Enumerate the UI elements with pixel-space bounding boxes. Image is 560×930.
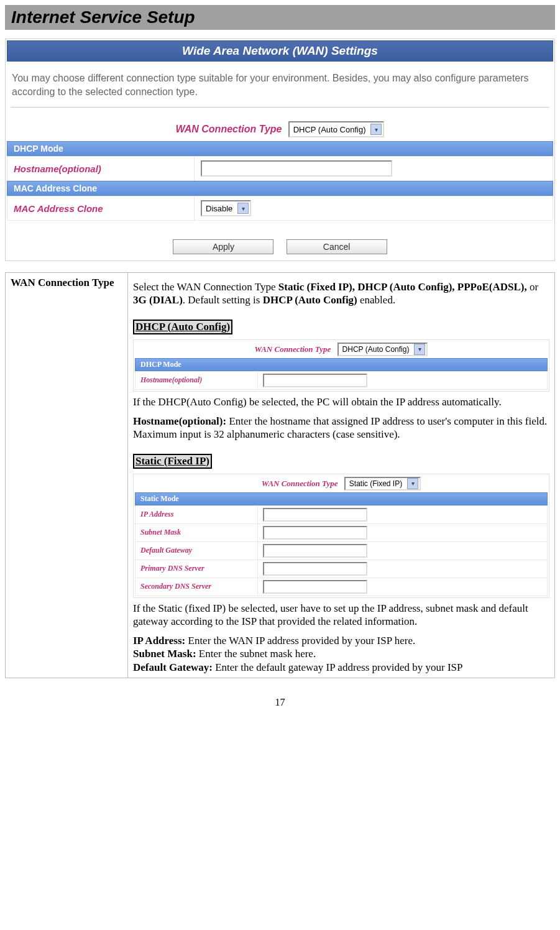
ip-address-input[interactable] <box>263 508 367 522</box>
text-bold: DHCP (Auto Config) <box>263 294 357 306</box>
text: or <box>527 281 538 293</box>
apply-button[interactable]: Apply <box>173 239 273 254</box>
text: Select the WAN Connection Type <box>133 281 278 293</box>
mini-hostname-label: Hostname(optional) <box>135 371 258 389</box>
text: enabled. <box>357 294 395 306</box>
mac-clone-label: MAC Address Clone <box>7 196 195 221</box>
mac-clone-value: Disable <box>203 204 235 213</box>
ip-address-label: IP Address <box>135 505 258 523</box>
primary-dns-label: Primary DNS Server <box>135 559 258 578</box>
secondary-dns-input[interactable] <box>263 580 367 594</box>
wan-banner: Wide Area Network (WAN) Settings <box>7 40 553 62</box>
wan-help-text: You may choose different connection type… <box>7 62 553 104</box>
primary-dns-input[interactable] <box>263 562 367 576</box>
text-bold: 3G (DIAL) <box>133 294 183 306</box>
wan-conn-select-value: DHCP (Auto Config) <box>291 125 369 134</box>
subnet-mask-label: Subnet Mask <box>135 523 258 541</box>
mini-dhcp-form: Hostname(optional) <box>135 371 548 390</box>
text-bold: Subnet Mask: <box>133 648 196 660</box>
divider <box>11 107 549 108</box>
subnet-mask-input[interactable] <box>263 526 367 540</box>
text-bold: Static (Fixed IP), DHCP (Auto Config), P… <box>278 281 527 293</box>
page-title: Internet Service Setup <box>5 5 555 30</box>
text: . Default setting is <box>183 294 263 306</box>
static-para: If the Static (fixed IP) be selected, us… <box>133 602 549 628</box>
mac-clone-select[interactable]: Disable ▾ <box>201 200 251 216</box>
text-bold: IP Address: <box>133 635 185 647</box>
chevron-down-icon: ▾ <box>407 478 418 489</box>
chevron-down-icon: ▾ <box>370 124 382 135</box>
wan-conn-select[interactable]: DHCP (Auto Config) ▾ <box>288 121 385 137</box>
chevron-down-icon: ▾ <box>237 203 249 214</box>
hostname-input[interactable] <box>201 160 392 177</box>
mini-conn-row: WAN Connection Type DHCP (Auto Config) ▾ <box>135 341 548 358</box>
mini-conn-label: WAN Connection Type <box>255 344 331 354</box>
mini-static-form: IP Address Subnet Mask Default Gateway P… <box>135 505 548 596</box>
subhead-static: Static (Fixed IP) <box>133 454 212 469</box>
mini-conn-value: Static (Fixed IP) <box>347 479 405 488</box>
mini-conn-row: WAN Connection Type Static (Fixed IP) ▾ <box>135 476 548 492</box>
mini-static-figure: WAN Connection Type Static (Fixed IP) ▾ … <box>133 474 549 598</box>
wan-banner-text: Wide Area Network (WAN) Settings <box>182 44 378 58</box>
doc-col-heading: WAN Connection Type <box>6 273 128 678</box>
mini-conn-select[interactable]: Static (Fixed IP) ▾ <box>344 477 421 490</box>
text: Enter the subnet mask here. <box>196 648 316 660</box>
text-bold: Default Gateway: <box>133 661 213 673</box>
wan-settings-figure: Wide Area Network (WAN) Settings You may… <box>5 39 555 261</box>
text: Enter the WAN IP address provided by you… <box>185 635 415 647</box>
gw-para: Default Gateway: Enter the default gatew… <box>133 661 549 674</box>
mac-clone-section: MAC Address Clone <box>7 181 553 196</box>
doc-col-content: Select the WAN Connection Type Static (F… <box>128 273 555 678</box>
cancel-button[interactable]: Cancel <box>287 239 387 254</box>
chevron-down-icon: ▾ <box>414 344 425 355</box>
default-gateway-label: Default Gateway <box>135 541 258 559</box>
mini-static-section: Static Mode <box>135 492 548 505</box>
mini-dhcp-section: DHCP Mode <box>135 358 548 371</box>
dhcp-form: Hostname(optional) <box>7 156 553 181</box>
text-bold: Hostname(optional): <box>133 415 226 427</box>
hostname-label: Hostname(optional) <box>7 157 195 181</box>
ip-para: IP Address: Enter the WAN IP address pro… <box>133 634 549 647</box>
dhcp-para: If the DHCP(Auto Config) be selected, th… <box>133 395 549 408</box>
mini-conn-label: WAN Connection Type <box>262 479 338 488</box>
subhead-dhcp: DHCP (Auto Config) <box>133 320 232 334</box>
desc-intro: Select the WAN Connection Type Static (F… <box>133 280 549 307</box>
mini-hostname-input[interactable] <box>263 374 367 387</box>
wan-conn-label: WAN Connection Type <box>176 124 282 134</box>
secondary-dns-label: Secondary DNS Server <box>135 578 258 596</box>
mac-form: MAC Address Clone Disable ▾ <box>7 196 553 221</box>
text: Enter the default gateway IP address pro… <box>213 661 463 673</box>
sm-para: Subnet Mask: Enter the subnet mask here. <box>133 647 549 660</box>
dhcp-mode-section: DHCP Mode <box>7 141 553 156</box>
mini-conn-value: DHCP (Auto Config) <box>340 345 412 354</box>
default-gateway-input[interactable] <box>263 544 367 558</box>
page-number: 17 <box>5 697 555 708</box>
button-row: Apply Cancel <box>7 221 553 259</box>
wan-conn-row: WAN Connection Type DHCP (Auto Config) ▾ <box>7 119 553 141</box>
doc-table: WAN Connection Type Select the WAN Conne… <box>5 272 555 678</box>
mini-conn-select[interactable]: DHCP (Auto Config) ▾ <box>337 343 428 356</box>
hostname-para: Hostname(optional): Enter the hostname t… <box>133 415 549 441</box>
mini-dhcp-figure: WAN Connection Type DHCP (Auto Config) ▾… <box>133 339 549 392</box>
